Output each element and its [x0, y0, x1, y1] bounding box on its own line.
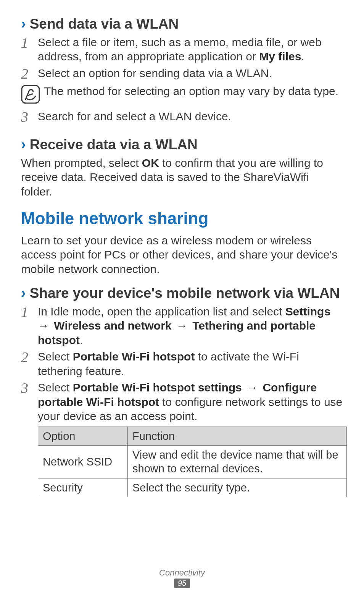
para-text: When prompted, select — [21, 157, 142, 169]
page-footer: Connectivity 95 — [0, 568, 364, 588]
table-cell-function: View and edit the device name that will … — [128, 446, 347, 478]
chevron-right-icon: › — [21, 284, 26, 302]
step-text: Select — [38, 381, 73, 394]
step-row: 1 In Idle mode, open the application lis… — [21, 304, 343, 347]
step-number: 2 — [21, 66, 38, 82]
heading-text: Receive data via a WLAN — [30, 136, 198, 153]
step-body: Select Portable Wi-Fi hotspot to activat… — [38, 349, 343, 378]
main-heading: Mobile network sharing — [21, 209, 343, 228]
arrow-icon: → — [38, 319, 52, 332]
step-number: 3 — [21, 109, 38, 125]
step-text: In Idle mode, open the application list … — [38, 305, 285, 318]
arrow-icon: → — [243, 381, 261, 394]
table-cell-option: Network SSID — [38, 446, 128, 478]
heading-text: Share your device's mobile network via W… — [30, 285, 340, 302]
step-body: In Idle mode, open the application list … — [38, 304, 343, 347]
table-header-row: Option Function — [38, 427, 347, 445]
heading-share-mobile: › Share your device's mobile network via… — [21, 284, 343, 302]
note-text: The method for selecting an option may v… — [44, 84, 343, 99]
table-header-option: Option — [38, 427, 128, 445]
heading-text: Send data via a WLAN — [30, 16, 179, 32]
document-page: › Send data via a WLAN 1 Select a file o… — [0, 0, 364, 598]
table-cell-function: Select the security type. — [128, 478, 347, 497]
step-bold: Settings — [285, 305, 330, 318]
step-number: 1 — [21, 35, 38, 51]
step-body: Search for and select a WLAN device. — [38, 109, 343, 124]
note-row: The method for selecting an option may v… — [21, 84, 343, 104]
step-number: 3 — [21, 380, 38, 396]
step-bold: Portable Wi-Fi hotspot — [73, 350, 195, 363]
step-body: Select an option for sending data via a … — [38, 66, 343, 81]
table-cell-option: Security — [38, 478, 128, 497]
step-body: Select a file or item, such as a memo, m… — [38, 35, 343, 64]
step-bold: Portable Wi-Fi hotspot settings — [73, 381, 242, 394]
chevron-right-icon: › — [21, 15, 26, 33]
step-row: 1 Select a file or item, such as a memo,… — [21, 35, 343, 64]
chevron-right-icon: › — [21, 136, 26, 154]
table-row: Security Select the security type. — [38, 478, 347, 497]
step-text: . — [80, 334, 83, 346]
para-bold: OK — [142, 157, 159, 169]
step-number: 2 — [21, 349, 38, 365]
step-row: 2 Select an option for sending data via … — [21, 66, 343, 82]
table-header-function: Function — [128, 427, 347, 445]
step-row: 3 Select Portable Wi-Fi hotspot settings… — [21, 380, 343, 423]
step-text: . — [301, 50, 304, 63]
step-bold: My files — [259, 50, 301, 63]
step-text: Search for and select a WLAN device. — [38, 110, 231, 123]
step-number: 1 — [21, 304, 38, 320]
step-body: Select Portable Wi-Fi hotspot settings →… — [38, 380, 343, 423]
heading-receive-wlan: › Receive data via a WLAN — [21, 136, 343, 154]
note-icon — [21, 85, 40, 104]
heading-send-wlan: › Send data via a WLAN — [21, 15, 343, 33]
step-row: 3 Search for and select a WLAN device. — [21, 109, 343, 125]
para-intro: Learn to set your device as a wireless m… — [21, 233, 343, 276]
step-text: Select an option for sending data via a … — [38, 67, 272, 79]
arrow-icon: → — [173, 319, 191, 332]
options-table: Option Function Network SSID View and ed… — [38, 427, 347, 497]
table-row: Network SSID View and edit the device na… — [38, 446, 347, 478]
step-text: Select — [38, 350, 73, 363]
footer-section-label: Connectivity — [0, 568, 364, 578]
para-receive-wlan: When prompted, select OK to confirm that… — [21, 156, 343, 199]
step-bold: Wireless and network — [54, 319, 171, 332]
page-number-badge: 95 — [174, 579, 190, 588]
step-row: 2 Select Portable Wi-Fi hotspot to activ… — [21, 349, 343, 378]
